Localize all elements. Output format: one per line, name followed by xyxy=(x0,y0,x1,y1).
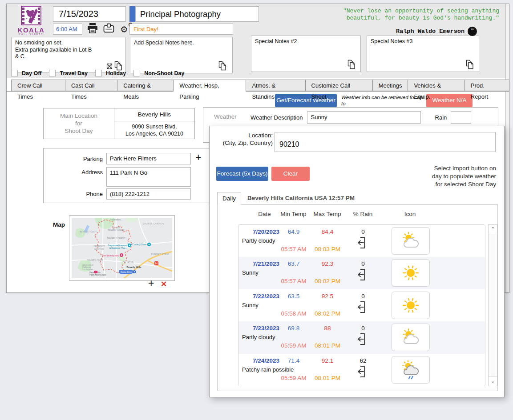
tab-catering-meals[interactable]: Catering & Meals xyxy=(117,80,174,91)
tab-meetings[interactable]: Meetings xyxy=(372,80,408,91)
location-label: Location: (City, Zip, Country) xyxy=(211,132,273,147)
weather-section-label: Weather xyxy=(214,113,237,120)
import-icon[interactable] xyxy=(357,365,368,378)
copy-icon[interactable] xyxy=(347,60,356,71)
main-location-name[interactable]: Beverly Hills xyxy=(114,108,194,121)
parking-name-input[interactable]: Park Here Filmers xyxy=(106,153,191,164)
tab-vehicles-equip[interactable]: Vehicles & Equip. xyxy=(408,80,465,91)
brand-subtitle: CALL SHEETS xyxy=(11,33,51,36)
shoot-date-field[interactable]: 7/15/2023 xyxy=(53,6,126,22)
shoot-title-field[interactable]: Principal Photography xyxy=(135,6,259,22)
map-hospital-glyph: H xyxy=(155,262,158,265)
copy-icon[interactable] xyxy=(218,61,227,72)
special-notes-2-field[interactable]: Special Notes #2 xyxy=(251,36,361,72)
tab-weather-hosp-parking[interactable]: Weather, Hosp, Parking xyxy=(173,80,246,92)
rain-icon xyxy=(400,360,421,380)
import-icon[interactable] xyxy=(357,268,368,281)
map-image: Recreation... LAUREL CANYON BEVERLY GLEN… xyxy=(72,218,172,278)
rain-input[interactable] xyxy=(451,111,471,124)
forecast-description: Sunny xyxy=(242,302,259,308)
weather-icon-button[interactable] xyxy=(392,292,430,319)
tab-prod-report[interactable]: Prod. Report xyxy=(465,80,509,91)
weather-icon-button[interactable] xyxy=(392,356,430,384)
tab-daily[interactable]: Daily xyxy=(217,192,241,205)
weather-icon-button[interactable] xyxy=(392,324,430,351)
sunrise-time: 05:59 AM xyxy=(278,375,310,381)
weather-icon-button[interactable] xyxy=(392,227,430,255)
map-label-canyon: CANYON xyxy=(94,248,104,250)
day-off-checkbox[interactable] xyxy=(11,70,18,76)
weather-description-input[interactable]: Sunny xyxy=(307,111,421,124)
add-parking-icon[interactable]: + xyxy=(195,152,201,163)
column-header-icon: Icon xyxy=(391,211,429,217)
tab-customize-call-sheet[interactable]: Customize Call Sheet xyxy=(305,80,373,91)
tab-atmos-standins[interactable]: Atmos. & Standins xyxy=(246,80,305,91)
column-header-max-temp: Max Temp xyxy=(308,211,346,217)
forecast-row: 7/20/2023 Partly cloudy 64.9 84.4 0 05:5… xyxy=(238,225,485,257)
forecast-description: Patchy rain possible xyxy=(242,366,294,373)
checkbox-label: Holiday xyxy=(106,70,126,76)
window-header: KOALA CALL SHEETS 7/15/2023 6:00 AM xyxy=(7,4,509,78)
checkbox-label: Day Off xyxy=(22,70,41,76)
import-note: Select Import button on day to populate … xyxy=(392,164,496,188)
special-notes-3-field[interactable]: Special Notes #3 xyxy=(367,36,479,72)
min-temp: 63.5 xyxy=(279,293,308,300)
day-flag-field[interactable]: First Day! xyxy=(129,24,233,35)
copy-icon[interactable] xyxy=(465,60,475,71)
non-shoot-day-checkbox[interactable] xyxy=(133,70,140,76)
sunny-icon xyxy=(400,296,421,315)
delete-map-icon[interactable]: ✕ xyxy=(161,280,167,289)
gear-icon: ⚙ xyxy=(120,25,128,34)
badge-icon[interactable] xyxy=(103,23,114,35)
import-icon[interactable] xyxy=(357,236,368,249)
forecast-button[interactable]: Forecast (5x Days) xyxy=(216,167,268,181)
rain-percent: 0 xyxy=(351,260,376,267)
column-header-rain: % Rain xyxy=(344,211,382,217)
map-label-beverly-glen: BEVERLY GLEN xyxy=(80,230,97,233)
window-scrollbar[interactable] xyxy=(505,4,509,292)
forecast-scrollbar[interactable]: ⌃ ⌄ xyxy=(488,224,497,386)
scroll-down-icon[interactable]: ⌄ xyxy=(489,376,497,386)
max-temp: 92.3 xyxy=(313,260,342,267)
parking-phone-input[interactable]: (818) 222-1212 xyxy=(106,188,191,200)
import-icon[interactable] xyxy=(357,332,368,346)
forecast-description: Partly cloudy xyxy=(242,334,275,340)
holiday-checkbox[interactable] xyxy=(95,70,102,76)
main-location-address[interactable]: 9090 Sunset Blvd. Los Angeles, CA 90210 xyxy=(114,121,194,139)
forecast-row: 7/22/2023 Sunny 63.5 92.5 0 05:58 AM 08:… xyxy=(238,289,485,321)
min-temp: 64.9 xyxy=(279,228,308,235)
parking-address-input[interactable]: 111 Park N Go xyxy=(106,167,191,187)
scroll-up-icon[interactable]: ⌃ xyxy=(489,225,497,234)
weather-na-button[interactable]: Weather N/A xyxy=(426,94,473,107)
sunset-time: 08:02 PM xyxy=(311,278,343,284)
rain-label: Rain xyxy=(435,114,447,121)
rain-percent: 0 xyxy=(351,228,376,235)
map-label-recreation: Recreation... xyxy=(110,218,122,221)
get-forecast-weather-button[interactable]: Get/Forecast Weather xyxy=(275,94,337,107)
print-icon[interactable] xyxy=(87,23,98,36)
max-temp: 92.5 xyxy=(313,293,342,300)
min-temp: 69.8 xyxy=(279,325,308,332)
rain-percent: 0 xyxy=(351,325,376,332)
forecast-result-header: Beverly Hills California USA 12:57 PM xyxy=(247,195,355,201)
import-icon[interactable] xyxy=(357,300,368,314)
weather-description-label: Weather Description xyxy=(250,114,303,121)
location-input[interactable]: 90210 xyxy=(275,132,496,152)
forecast-description: Partly cloudy xyxy=(242,237,275,244)
sunrise-time: 05:59 AM xyxy=(278,342,310,349)
tab-crew-call-times[interactable]: Crew Call Times xyxy=(11,80,65,91)
travel-day-checkbox[interactable] xyxy=(49,70,56,76)
sunset-time: 08:02 PM xyxy=(311,310,343,317)
parking-phone-label: Phone xyxy=(44,191,103,197)
call-time-field[interactable]: 6:00 AM xyxy=(53,24,82,35)
travel-day-option: Travel Day xyxy=(49,70,88,76)
quote-author: Ralph Waldo Emerson xyxy=(396,28,465,35)
map-label-ucla-3: Los Angeles xyxy=(82,268,93,271)
location-map[interactable]: Recreation... LAUREL CANYON BEVERLY GLEN… xyxy=(69,215,175,281)
weather-forecast-dialog: Location: (City, Zip, Country) 90210 For… xyxy=(209,126,505,397)
tab-cast-call-times[interactable]: Cast Call Times xyxy=(65,80,117,91)
add-map-icon[interactable]: + xyxy=(148,278,154,288)
day-type-row: Day Off Travel Day Holiday Non-Shoot Day xyxy=(11,70,184,76)
weather-icon-button[interactable] xyxy=(392,259,430,287)
clear-button[interactable]: Clear xyxy=(271,167,310,181)
